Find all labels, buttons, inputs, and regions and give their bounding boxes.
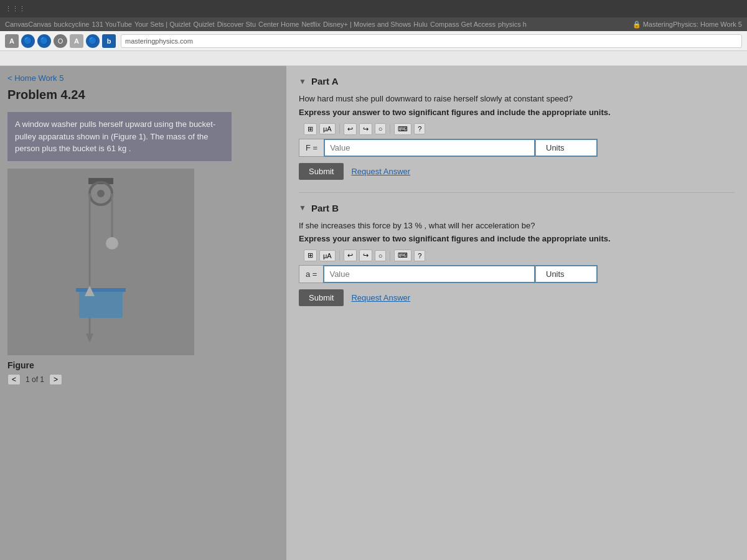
part-b-btn-row: Submit Request Answer <box>299 289 735 306</box>
part-a-units-box[interactable]: Units <box>535 139 598 157</box>
part-b-units-box[interactable]: Units <box>535 265 598 283</box>
nav-icon-blue3[interactable]: 🔵 <box>86 34 100 48</box>
nav-icon-a[interactable]: A <box>5 34 19 48</box>
part-a-help-button[interactable]: ? <box>414 123 425 134</box>
part-a-instruction: Express your answer to two significant f… <box>299 108 735 117</box>
part-a-question: How hard must she pull downward to raise… <box>299 93 735 105</box>
svg-point-5 <box>106 237 118 250</box>
nav-icon-blue2[interactable]: 🔵 <box>37 34 51 48</box>
svg-rect-6 <box>108 250 116 268</box>
part-b-mu-button[interactable]: μΑ <box>319 250 336 261</box>
part-b-label: Part B <box>311 203 339 213</box>
toolbar-sep-2 <box>390 124 390 134</box>
url-bar[interactable]: masteringphysics.com <box>121 34 742 48</box>
part-b-redo-button[interactable]: ↪ <box>359 250 372 261</box>
part-b-instruction: Express your answer to two significant f… <box>299 234 735 243</box>
nav-icon-o[interactable]: O <box>54 34 67 48</box>
tab-physics[interactable]: physics h <box>498 21 527 28</box>
part-a-answer-label: F = <box>299 139 324 157</box>
part-a-reset-button[interactable]: ○ <box>375 123 387 134</box>
browser-bar: ⋮⋮⋮ <box>0 0 747 17</box>
active-tab-title: 🔒 MasteringPhysics: Home Work 5 <box>632 21 742 29</box>
part-a-answer-row: F = Units <box>299 139 598 157</box>
part-b-toolbar: ⊞ μΑ ↩ ↪ ○ ⌨ ? <box>299 250 735 261</box>
part-a-triangle-icon: ▼ <box>299 77 306 86</box>
keyboard-icon: ⌨ <box>398 125 408 133</box>
nav-icon-b[interactable]: b <box>102 34 116 48</box>
pulley-figure <box>20 175 182 349</box>
tab-hulu[interactable]: Hulu <box>413 21 428 28</box>
problem-description: A window washer pulls herself upward usi… <box>7 112 232 161</box>
svg-rect-12 <box>76 288 126 292</box>
part-b-help-button[interactable]: ? <box>414 250 425 261</box>
help-icon: ? <box>418 125 421 133</box>
part-b-keyboard-icon: ⌨ <box>398 251 408 259</box>
tab-disney[interactable]: Disney+ | Movies and Shows <box>323 21 411 28</box>
svg-marker-14 <box>86 334 93 343</box>
redo-icon: ↪ <box>363 125 369 133</box>
part-b-request-link[interactable]: Request Answer <box>351 293 410 302</box>
part-b-question: If she increases this force by 13 % , wh… <box>299 220 735 232</box>
part-a-matrix-button[interactable]: ⊞ <box>304 123 317 135</box>
part-b-value-input[interactable] <box>323 265 535 283</box>
right-panel: ▼ Part A How hard must she pull downward… <box>286 66 747 560</box>
part-a-value-input[interactable] <box>324 139 535 157</box>
svg-line-8 <box>116 253 120 265</box>
bookmarks-bar <box>0 51 747 66</box>
tab-buckcycline[interactable]: buckcycline <box>54 21 90 28</box>
main-content: < Home Work 5 Problem 4.24 A window wash… <box>0 66 747 560</box>
svg-line-7 <box>101 253 108 262</box>
part-b-undo-button[interactable]: ↩ <box>344 250 357 261</box>
part-b-keyboard-button[interactable]: ⌨ <box>394 250 411 261</box>
part-b-answer-row: a = Units <box>299 265 598 283</box>
svg-rect-11 <box>79 290 123 318</box>
part-a-mu-button[interactable]: μΑ <box>319 123 336 134</box>
part-a-section: ▼ Part A How hard must she pull downward… <box>299 76 735 180</box>
figure-prev-button[interactable]: < <box>7 374 21 385</box>
tab-quizlet1[interactable]: Your Sets | Quizlet <box>134 21 191 28</box>
part-b-header[interactable]: ▼ Part B <box>299 203 735 213</box>
part-b-matrix-button[interactable]: ⊞ <box>304 250 317 261</box>
part-a-header[interactable]: ▼ Part A <box>299 76 735 86</box>
figure-area <box>7 169 194 355</box>
tab-center[interactable]: Center Home <box>258 21 299 28</box>
left-panel: < Home Work 5 Problem 4.24 A window wash… <box>0 66 286 560</box>
figure-nav-count: 1 of 1 <box>26 375 44 384</box>
part-b-reset-icon: ○ <box>378 252 383 259</box>
nav-icon-blue1[interactable]: 🔵 <box>21 34 35 48</box>
svg-line-10 <box>115 268 117 284</box>
toolbar-sep-4 <box>390 251 390 261</box>
part-b-matrix-icon: ⊞ <box>308 251 313 259</box>
part-a-request-link[interactable]: Request Answer <box>351 167 410 176</box>
part-b-reset-button[interactable]: ○ <box>375 250 387 261</box>
navigation-bar: A 🔵 🔵 O A 🔵 b masteringphysics.com <box>0 31 747 51</box>
tab-quizlet2[interactable]: Quizlet <box>193 21 214 28</box>
part-a-toolbar: ⊞ μΑ ↩ ↪ ○ ⌨ ? <box>299 123 735 135</box>
figure-next-button[interactable]: > <box>49 374 62 385</box>
nav-icons: A 🔵 🔵 O A 🔵 b <box>5 34 116 48</box>
tab-discover[interactable]: Discover Stu <box>217 21 256 28</box>
mu-icon: μΑ <box>323 125 332 133</box>
nav-icon-a2[interactable]: A <box>70 34 83 48</box>
part-b-mu-icon: μΑ <box>323 252 332 259</box>
toolbar-sep-3 <box>339 251 340 261</box>
tab-youtube[interactable]: 131 YouTube <box>92 21 131 28</box>
part-a-label: Part A <box>311 76 339 86</box>
tab-compass[interactable]: Compass Get Access <box>430 21 496 28</box>
toolbar-sep-1 <box>339 124 340 134</box>
part-a-btn-row: Submit Request Answer <box>299 163 735 180</box>
part-b-help-icon: ? <box>418 252 421 259</box>
part-a-redo-button[interactable]: ↪ <box>359 123 372 135</box>
section-divider <box>299 192 735 193</box>
part-b-submit-button[interactable]: Submit <box>299 289 344 306</box>
part-a-keyboard-button[interactable]: ⌨ <box>394 123 411 135</box>
tab-canvas[interactable]: CanvasCanvas <box>5 21 52 28</box>
part-a-undo-button[interactable]: ↩ <box>344 123 357 135</box>
part-b-undo-icon: ↩ <box>347 251 353 259</box>
problem-title: Problem 4.24 <box>7 88 279 102</box>
part-a-submit-button[interactable]: Submit <box>299 163 344 180</box>
back-link[interactable]: < Home Work 5 <box>7 73 279 83</box>
tab-netflix[interactable]: Netflix <box>301 21 321 28</box>
part-b-section: ▼ Part B If she increases this force by … <box>299 203 735 307</box>
svg-line-9 <box>107 268 110 284</box>
